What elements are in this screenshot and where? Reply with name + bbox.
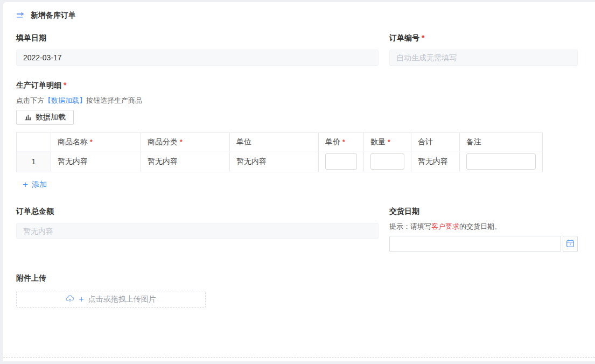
delivery-date-field: 交货日期 提示：请填写客户要求的交货日期。 7 [389,207,578,252]
calendar-icon: 7 [566,239,575,249]
add-row-button[interactable]: + 添加 [23,180,47,190]
fill-date-field: 填单日期 2022-03-17 [16,33,379,66]
calendar-button[interactable]: 7 [563,236,578,252]
required-mark: * [388,138,390,146]
col-index [17,133,51,151]
data-load-hint-link: 【数据加载】 [44,96,86,104]
data-load-button-label: 数据加载 [36,113,66,122]
order-detail-table: 商品名称* 商品分类* 单位 单价* 数量* 合计 备注 1 暂无内容 [16,132,543,172]
cell-product-category: 暂无内容 [141,151,230,172]
plus-icon: + [23,181,28,188]
fill-date-label: 填单日期 [16,33,379,43]
form-arrow-icon [16,11,26,20]
order-no-field: 订单编号* 自动生成无需填写 [389,33,578,66]
required-mark: * [342,138,345,146]
detail-hint: 点击下方【数据加载】按钮选择生产商品 [16,96,581,106]
form-header: 新增备库订单 [16,2,581,20]
required-mark: * [422,33,424,42]
qty-input[interactable] [370,153,404,170]
fill-date-value: 2022-03-17 [16,50,379,66]
svg-text:7: 7 [569,242,571,247]
order-detail-section: 生产订单明细* 点击下方【数据加载】按钮选择生产商品 数据加载 [16,81,581,190]
total-amount-field: 订单总金额 暂无内容 [16,207,379,252]
required-mark: * [180,138,183,146]
price-input[interactable] [325,153,357,170]
delivery-hint-highlight: 客户要求 [431,222,459,230]
page-title: 新增备库订单 [31,11,76,20]
col-remark: 备注 [460,133,543,151]
upload-dropzone[interactable]: + 点击或拖拽上传图片 [16,291,206,308]
col-name: 商品名称* [51,133,141,151]
table-header-row: 商品名称* 商品分类* 单位 单价* 数量* 合计 备注 [17,133,543,151]
required-mark: * [90,138,93,146]
total-amount-value: 暂无内容 [16,223,379,239]
order-no-placeholder: 自动生成无需填写 [389,50,578,66]
delivery-date-hint: 提示：请填写客户要求的交货日期。 [389,222,578,232]
cell-product-name: 暂无内容 [51,151,141,172]
row-index: 1 [17,151,51,172]
order-no-label: 订单编号* [389,33,578,43]
col-total: 合计 [411,133,460,151]
col-category: 商品分类* [141,133,230,151]
remark-input[interactable] [466,153,536,170]
col-unit: 单位 [230,133,319,151]
required-mark: * [64,81,66,89]
plus-icon: + [79,295,83,304]
delivery-date-label: 交货日期 [389,207,578,216]
col-price: 单价* [319,133,364,151]
total-amount-label: 订单总金额 [16,207,379,216]
detail-label: 生产订单明细* [16,81,581,90]
cloud-upload-icon [66,295,74,304]
attachment-label: 附件上传 [16,274,581,283]
bar-chart-icon [24,113,32,122]
form-card: 新增备库订单 填单日期 2022-03-17 订单编号* 自动生成无需填写 生产… [3,2,595,361]
upload-text: 点击或拖拽上传图片 [88,295,156,304]
cell-total: 暂无内容 [411,151,460,172]
col-qty: 数量* [364,133,411,151]
delivery-date-input[interactable] [389,236,561,252]
data-load-button[interactable]: 数据加载 [16,110,74,125]
cell-unit: 暂无内容 [230,151,319,172]
footer-divider [3,357,595,358]
add-row-label: 添加 [32,180,47,190]
attachment-section: 附件上传 + 点击或拖拽上传图片 [16,274,581,308]
table-row: 1 暂无内容 暂无内容 暂无内容 暂无内容 [17,151,543,172]
